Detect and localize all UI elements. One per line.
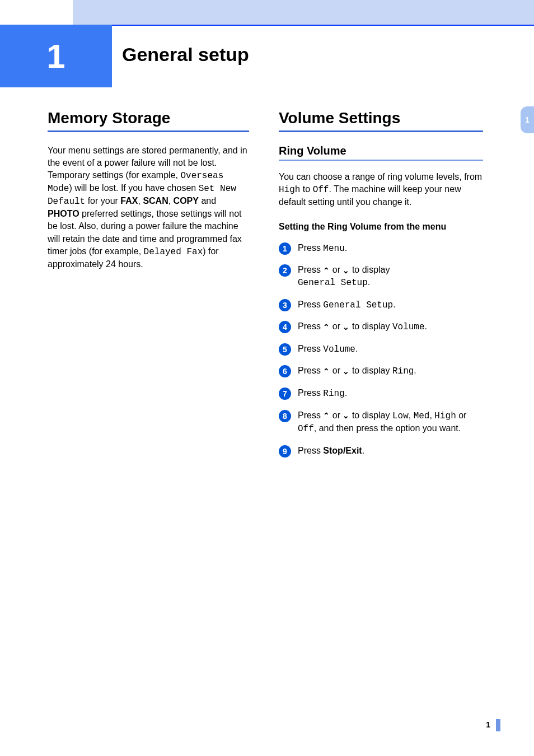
mono-text: Volume [323,344,355,354]
step-number-icon: 7 [279,388,291,400]
text: to display [349,321,392,331]
header-band [73,0,534,25]
subsection-heading-ring-volume: Ring Volume [279,144,483,161]
step-text: Press General Setup. [298,298,483,312]
page-number-bar [496,719,500,731]
text: You can choose a range of ring volume le… [279,172,482,181]
text: Press [298,243,323,253]
mono-text: Off [298,424,314,434]
step-2: 2 Press ⌃ or ⌄ to display General Setup. [279,264,483,289]
step-text: Press Stop/Exit. [298,445,483,457]
mono-text: General Setup [323,300,393,310]
text: or [330,265,343,274]
chevron-up-icon: ⌃ [323,323,330,331]
bold-text: PHOTO [48,209,79,218]
step-text: Press Ring. [298,387,483,400]
text: or [456,410,467,420]
side-tab-label: 1 [525,115,530,124]
chapter-title: General setup [122,44,249,66]
text: Press [298,344,323,353]
step-number-icon: 2 [279,264,291,277]
step-7: 7 Press Ring. [279,387,483,400]
chevron-down-icon: ⌄ [343,367,349,375]
text: . [355,344,358,353]
step-6: 6 Press ⌃ or ⌄ to display Ring. [279,365,483,378]
text: . [393,300,395,309]
text: . [362,446,364,455]
mono-text: Menu [323,244,344,254]
step-text: Press Volume. [298,343,483,356]
text: or [330,410,343,420]
mono-text: Off [313,185,329,195]
chevron-up-icon: ⌃ [323,267,330,274]
mono-text: Volume [392,322,425,332]
bold-text: FAX [120,196,138,206]
page-number: 1 [486,720,490,729]
step-text: Press Menu. [298,242,483,255]
side-tab: 1 [521,106,534,133]
memory-storage-paragraph: Your menu settings are stored permanentl… [48,144,249,270]
step-number-icon: 8 [279,410,291,422]
mono-text: Delayed Fax [144,247,203,257]
text: to [300,184,312,194]
chevron-down-icon: ⌄ [343,267,349,274]
text: . [345,243,347,253]
text: or [330,366,343,375]
chevron-up-icon: ⌃ [323,367,330,375]
text: Press [298,265,323,274]
text: Press [298,410,323,420]
text: Press [298,321,323,331]
text: Press [298,388,323,398]
step-list: 1 Press Menu. 2 Press ⌃ or ⌄ to display … [279,242,483,458]
mono-text: Ring [323,389,344,399]
text: to display [349,410,392,420]
step-5: 5 Press Volume. [279,343,483,356]
step-1: 1 Press Menu. [279,242,483,255]
mono-text: High [279,185,300,195]
step-text: Press ⌃ or ⌄ to display Low, Med, High o… [298,409,483,436]
ring-volume-paragraph: You can choose a range of ring volume le… [279,171,483,208]
step-number-icon: 6 [279,365,291,377]
step-text: Press ⌃ or ⌄ to display General Setup. [298,264,483,289]
text: Press [298,366,323,375]
text: ) will be lost. If you have chosen [69,183,198,193]
chevron-down-icon: ⌄ [343,412,349,419]
text: Press [298,300,323,309]
chapter-number: 1 [46,37,65,76]
mono-text: Ring [392,366,414,376]
chevron-down-icon: ⌄ [343,323,349,331]
step-number-icon: 1 [279,242,291,255]
text: to display [349,265,390,274]
right-column: Volume Settings Ring Volume You can choo… [279,109,483,466]
step-8: 8 Press ⌃ or ⌄ to display Low, Med, High… [279,409,483,436]
step-number-icon: 3 [279,299,291,311]
chapter-number-box: 1 [0,25,112,87]
text: or [330,321,343,331]
left-column: Memory Storage Your menu settings are st… [48,109,249,270]
section-heading-memory-storage: Memory Storage [48,109,249,132]
text: to display [349,366,392,375]
step-text: Press ⌃ or ⌄ to display Ring. [298,365,483,378]
bold-text: Stop/Exit [323,446,362,455]
text: , [168,196,174,206]
step-9: 9 Press Stop/Exit. [279,445,483,458]
step-number-icon: 4 [279,321,291,333]
text: for your [85,196,120,206]
mono-text: High [434,411,456,421]
text: Press [298,446,323,455]
text: . [368,277,370,287]
text: . [414,366,416,375]
step-3: 3 Press General Setup. [279,298,483,312]
bold-text: COPY [174,196,199,206]
text: and [199,196,216,206]
mono-text: Low [392,411,409,421]
mono-text: General Setup [298,278,368,288]
chevron-up-icon: ⌃ [323,412,330,419]
text: . [425,321,427,331]
step-text: Press ⌃ or ⌄ to display Volume. [298,320,483,334]
step-number-icon: 5 [279,343,291,356]
bold-text: SCAN [143,196,168,206]
procedure-heading: Setting the Ring Volume from the menu [279,221,483,233]
mono-text: Med [414,411,430,421]
text: , and then press the option you want. [314,423,461,433]
